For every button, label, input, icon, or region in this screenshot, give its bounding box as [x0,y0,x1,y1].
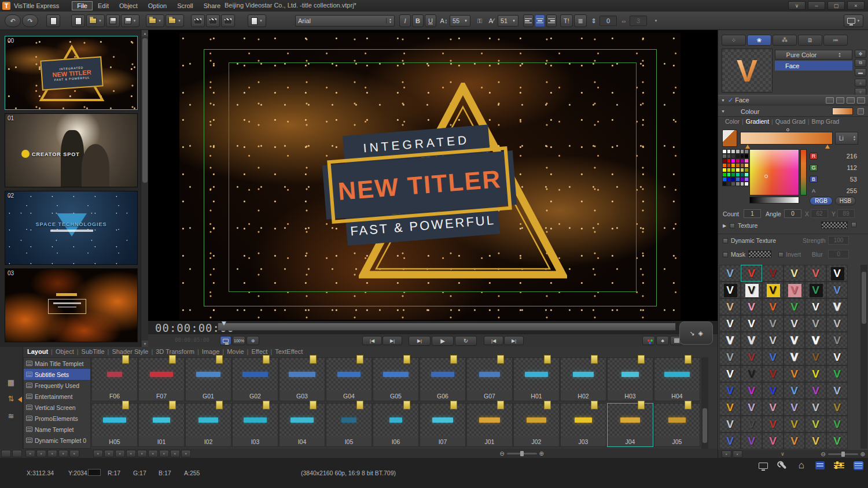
palette-swatch[interactable] [731,182,735,186]
open-button[interactable]: ▼ [86,14,105,27]
remove-layer-button[interactable]: ▬ [855,68,866,76]
tab-object[interactable]: Object [53,348,77,355]
menu-share[interactable]: Share [198,1,226,10]
letter-style-swatch[interactable]: V [805,349,826,365]
letter-style-swatch[interactable]: V [805,416,826,432]
template-H05[interactable]: H05 [91,403,138,447]
invert-checkbox[interactable] [778,252,784,257]
template-H01[interactable]: H01 [513,357,560,401]
scroll-down-icon[interactable]: ▼ [142,341,148,347]
template-I01[interactable]: I01 [138,403,185,447]
play-step-button[interactable]: ▶| [409,336,431,346]
gradient-editor-bar[interactable] [740,132,833,145]
palette-swatch[interactable] [744,168,749,172]
blue-value[interactable]: 53 [850,176,857,183]
category-dynamic-templet-0[interactable]: Dynamic Templet 0 [24,435,90,446]
template-J04[interactable]: J04 [607,403,653,447]
menu-object[interactable]: Object [114,1,143,10]
fill-mode-spinner[interactable]: ▲▼ [838,52,841,58]
template-tool-button[interactable]: ▪ [137,450,147,457]
palette-swatch[interactable] [735,163,740,168]
template-I03[interactable]: I03 [232,403,278,447]
font-size-dropdown-icon[interactable]: ▼ [464,19,468,23]
tab-image[interactable]: Image [199,348,223,355]
palette-swatch[interactable] [722,149,727,154]
font-size-select[interactable]: 55 ▼ [450,15,470,27]
home-button[interactable]: ⌂ [794,460,809,471]
angle-field[interactable]: 0 [784,209,801,218]
template-tool-button[interactable]: ▪ [47,450,57,457]
palette-swatch[interactable] [727,182,731,186]
brightness-band[interactable] [749,197,799,204]
title-banner[interactable]: INTEGRATED NEW TITLER FAST & POWERFUL [320,123,519,247]
expand-chevron-icon[interactable]: ∨ [781,451,785,457]
letter-style-swatch[interactable]: V [741,349,762,365]
letter-style-swatch[interactable]: V [762,265,784,282]
layer-grid-icon[interactable]: ▦ [5,377,17,387]
upload-template-button[interactable] [46,14,60,27]
letter-style-swatch[interactable]: V [741,332,762,349]
layer-manager-button[interactable] [812,460,827,471]
face-more-icon[interactable] [857,97,865,103]
template-J05[interactable]: J05 [654,403,700,447]
underline-button[interactable]: U [425,14,436,27]
strip-tool-button[interactable] [1,450,11,457]
minimize-button[interactable]: – [808,1,825,10]
texture-checkbox[interactable] [730,223,735,228]
texture-options-button[interactable] [851,222,856,227]
category-name-templet[interactable]: Name Templet [24,424,90,435]
letter-style-swatch[interactable]: V [719,332,741,349]
preview-monitor-button[interactable] [220,336,231,345]
letter-style-swatch[interactable]: V [784,349,805,365]
letter-style-swatch[interactable]: V [826,365,848,382]
zoom-out-icon[interactable]: ⊖ [499,450,504,457]
save-all-dropdown-icon[interactable]: ▼ [133,19,137,23]
letter-style-swatch[interactable]: V [826,265,848,282]
line-spacing-field[interactable]: 0 [599,16,617,26]
fill-mode-select[interactable]: Pure Color ▲▼ [775,50,852,60]
letter-style-swatch[interactable]: V [762,382,784,399]
align-left-button[interactable] [523,14,534,27]
palette-swatch[interactable] [744,172,749,177]
italic-button[interactable]: I [399,14,411,27]
tab-texteffect[interactable]: TextEffect [272,348,306,355]
template-tool-button[interactable]: ▪ [159,450,169,457]
adjust-button[interactable] [832,460,847,471]
next-frame-button[interactable]: ▶| [504,336,524,345]
font-family-spinner[interactable]: ▲▼ [386,18,392,24]
palette-swatch[interactable] [744,163,749,168]
font-family-select[interactable]: Arial ▲▼ [295,15,395,27]
template-G04[interactable]: G04 [326,357,372,401]
letter-style-swatch[interactable]: V [719,298,741,315]
collapse-pointer-icon[interactable] [18,397,22,402]
category-main-title-templet[interactable]: Main Title Templet [24,358,90,369]
template-tool-button[interactable]: ▪ [126,450,136,457]
template-tool-button[interactable]: ▪ [36,450,46,457]
zoom-in-icon[interactable]: ⊕ [860,451,865,457]
letter-style-swatch[interactable]: V [826,382,848,399]
template-G05[interactable]: G05 [373,357,419,401]
style-tool-button[interactable]: ▪ [722,450,731,458]
palette-swatch[interactable] [740,163,745,168]
playhead-marker[interactable] [222,321,227,326]
menu-edit[interactable]: Edit [93,1,114,10]
page-thumbnail-02[interactable]: SPACE TECHNOLOGIES 02 [5,191,138,265]
template-G02[interactable]: G02 [232,357,278,401]
template-I02[interactable]: I02 [185,403,231,447]
palette-swatch[interactable] [722,154,727,158]
palette-swatch[interactable] [735,158,740,163]
import-dropdown-icon[interactable]: ▼ [158,19,161,23]
palette-swatch[interactable] [731,158,735,163]
fill-tab-bmp-grad[interactable]: Bmp Grad [810,118,842,125]
scrollbar-thumb[interactable] [862,272,866,324]
letter-style-swatch[interactable]: V [762,332,784,349]
play-button[interactable]: ▶ [432,336,454,346]
palette-swatch[interactable] [727,149,731,154]
clip-tool-2-button[interactable] [206,14,220,27]
tab-3d-transform[interactable]: 3D Transform [153,348,197,355]
loop-play-button[interactable]: ↻ [455,336,477,346]
bold-button[interactable]: B [412,14,424,27]
tab-effects[interactable]: ⁂ [773,35,797,46]
letter-style-swatch[interactable]: V [784,382,805,399]
style-grid-scrollbar[interactable] [860,265,867,449]
